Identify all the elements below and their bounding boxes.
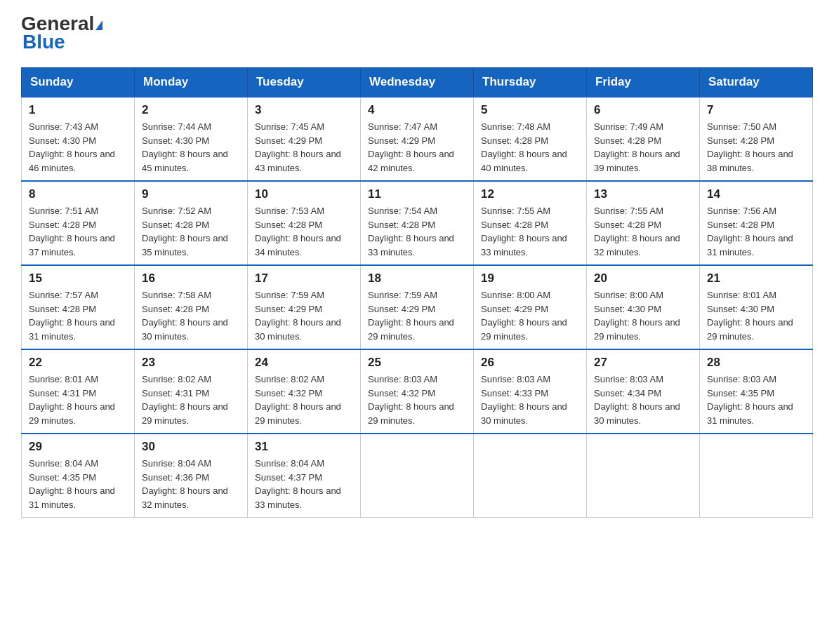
calendar-cell: [587, 434, 700, 518]
day-info: Sunrise: 8:03 AMSunset: 4:35 PMDaylight:…: [707, 373, 805, 427]
logo-triangle-icon: [95, 20, 102, 30]
calendar-cell: 13Sunrise: 7:55 AMSunset: 4:28 PMDayligh…: [587, 181, 700, 265]
day-number: 12: [481, 187, 579, 201]
day-number: 28: [707, 356, 805, 370]
calendar-cell: 1Sunrise: 7:43 AMSunset: 4:30 PMDaylight…: [22, 97, 135, 181]
column-header-wednesday: Wednesday: [361, 68, 474, 98]
day-info: Sunrise: 8:04 AMSunset: 4:35 PMDaylight:…: [29, 457, 127, 511]
day-number: 25: [368, 356, 466, 370]
day-number: 18: [368, 271, 466, 286]
day-number: 20: [594, 271, 692, 286]
day-info: Sunrise: 8:04 AMSunset: 4:37 PMDaylight:…: [255, 457, 353, 511]
day-number: 21: [707, 271, 805, 286]
day-info: Sunrise: 7:59 AMSunset: 4:29 PMDaylight:…: [255, 288, 353, 343]
day-number: 13: [594, 187, 692, 201]
logo-line2: Blue: [22, 31, 65, 53]
logo: General Blue: [21, 14, 102, 53]
calendar-cell: [700, 434, 813, 518]
day-info: Sunrise: 7:59 AMSunset: 4:29 PMDaylight:…: [368, 288, 466, 343]
calendar-cell: 16Sunrise: 7:58 AMSunset: 4:28 PMDayligh…: [135, 265, 248, 349]
calendar-cell: 3Sunrise: 7:45 AMSunset: 4:29 PMDaylight…: [248, 97, 361, 181]
column-header-tuesday: Tuesday: [248, 68, 361, 98]
calendar-cell: [361, 434, 474, 518]
day-info: Sunrise: 7:55 AMSunset: 4:28 PMDaylight:…: [594, 204, 692, 259]
column-header-saturday: Saturday: [700, 68, 813, 98]
day-info: Sunrise: 8:03 AMSunset: 4:33 PMDaylight:…: [481, 373, 579, 427]
day-info: Sunrise: 7:57 AMSunset: 4:28 PMDaylight:…: [29, 288, 127, 343]
day-info: Sunrise: 8:01 AMSunset: 4:30 PMDaylight:…: [707, 288, 805, 343]
week-row-1: 1Sunrise: 7:43 AMSunset: 4:30 PMDaylight…: [22, 97, 813, 181]
day-number: 2: [142, 103, 240, 117]
day-number: 27: [594, 356, 692, 370]
calendar-cell: 31Sunrise: 8:04 AMSunset: 4:37 PMDayligh…: [248, 434, 361, 518]
day-number: 26: [481, 356, 579, 370]
day-number: 19: [481, 271, 579, 286]
day-info: Sunrise: 7:56 AMSunset: 4:28 PMDaylight:…: [707, 204, 805, 259]
day-info: Sunrise: 7:58 AMSunset: 4:28 PMDaylight:…: [142, 288, 240, 343]
calendar-cell: 25Sunrise: 8:03 AMSunset: 4:32 PMDayligh…: [361, 349, 474, 434]
calendar-cell: 21Sunrise: 8:01 AMSunset: 4:30 PMDayligh…: [700, 265, 813, 349]
calendar-cell: 20Sunrise: 8:00 AMSunset: 4:30 PMDayligh…: [587, 265, 700, 349]
day-number: 22: [29, 356, 127, 370]
day-number: 3: [255, 103, 353, 117]
calendar-cell: 17Sunrise: 7:59 AMSunset: 4:29 PMDayligh…: [248, 265, 361, 349]
calendar-cell: 29Sunrise: 8:04 AMSunset: 4:35 PMDayligh…: [22, 434, 135, 518]
day-info: Sunrise: 7:50 AMSunset: 4:28 PMDaylight:…: [707, 120, 805, 175]
day-number: 24: [255, 356, 353, 370]
day-info: Sunrise: 7:51 AMSunset: 4:28 PMDaylight:…: [29, 204, 127, 259]
day-number: 6: [594, 103, 692, 117]
day-info: Sunrise: 7:53 AMSunset: 4:28 PMDaylight:…: [255, 204, 353, 259]
day-info: Sunrise: 8:02 AMSunset: 4:31 PMDaylight:…: [142, 373, 240, 427]
calendar-cell: 6Sunrise: 7:49 AMSunset: 4:28 PMDaylight…: [587, 97, 700, 181]
calendar-cell: 4Sunrise: 7:47 AMSunset: 4:29 PMDaylight…: [361, 97, 474, 181]
calendar-cell: 14Sunrise: 7:56 AMSunset: 4:28 PMDayligh…: [700, 181, 813, 265]
day-info: Sunrise: 8:02 AMSunset: 4:32 PMDaylight:…: [255, 373, 353, 427]
day-info: Sunrise: 7:48 AMSunset: 4:28 PMDaylight:…: [481, 120, 579, 175]
calendar-cell: 19Sunrise: 8:00 AMSunset: 4:29 PMDayligh…: [474, 265, 587, 349]
calendar-cell: 24Sunrise: 8:02 AMSunset: 4:32 PMDayligh…: [248, 349, 361, 434]
day-number: 15: [29, 271, 127, 286]
page-header: General Blue: [21, 14, 813, 53]
day-number: 8: [29, 187, 127, 201]
calendar-cell: 10Sunrise: 7:53 AMSunset: 4:28 PMDayligh…: [248, 181, 361, 265]
calendar-cell: 28Sunrise: 8:03 AMSunset: 4:35 PMDayligh…: [700, 349, 813, 434]
calendar-cell: 15Sunrise: 7:57 AMSunset: 4:28 PMDayligh…: [22, 265, 135, 349]
calendar-cell: 23Sunrise: 8:02 AMSunset: 4:31 PMDayligh…: [135, 349, 248, 434]
calendar-table: SundayMondayTuesdayWednesdayThursdayFrid…: [21, 67, 813, 518]
day-info: Sunrise: 8:03 AMSunset: 4:32 PMDaylight:…: [368, 373, 466, 427]
day-number: 16: [142, 271, 240, 286]
day-info: Sunrise: 7:49 AMSunset: 4:28 PMDaylight:…: [594, 120, 692, 175]
day-info: Sunrise: 8:04 AMSunset: 4:36 PMDaylight:…: [142, 457, 240, 511]
week-row-5: 29Sunrise: 8:04 AMSunset: 4:35 PMDayligh…: [22, 434, 813, 518]
week-row-3: 15Sunrise: 7:57 AMSunset: 4:28 PMDayligh…: [22, 265, 813, 349]
day-info: Sunrise: 7:55 AMSunset: 4:28 PMDaylight:…: [481, 204, 579, 259]
day-info: Sunrise: 7:43 AMSunset: 4:30 PMDaylight:…: [29, 120, 127, 175]
day-number: 10: [255, 187, 353, 201]
day-info: Sunrise: 7:44 AMSunset: 4:30 PMDaylight:…: [142, 120, 240, 175]
calendar-cell: 8Sunrise: 7:51 AMSunset: 4:28 PMDaylight…: [22, 181, 135, 265]
day-info: Sunrise: 7:47 AMSunset: 4:29 PMDaylight:…: [368, 120, 466, 175]
column-header-friday: Friday: [587, 68, 700, 98]
calendar-cell: 18Sunrise: 7:59 AMSunset: 4:29 PMDayligh…: [361, 265, 474, 349]
day-number: 23: [142, 356, 240, 370]
day-number: 30: [142, 440, 240, 454]
day-number: 5: [481, 103, 579, 117]
column-header-thursday: Thursday: [474, 68, 587, 98]
day-info: Sunrise: 7:52 AMSunset: 4:28 PMDaylight:…: [142, 204, 240, 259]
day-info: Sunrise: 8:00 AMSunset: 4:30 PMDaylight:…: [594, 288, 692, 343]
calendar-cell: [474, 434, 587, 518]
day-number: 4: [368, 103, 466, 117]
calendar-cell: 22Sunrise: 8:01 AMSunset: 4:31 PMDayligh…: [22, 349, 135, 434]
day-info: Sunrise: 7:45 AMSunset: 4:29 PMDaylight:…: [255, 120, 353, 175]
week-row-4: 22Sunrise: 8:01 AMSunset: 4:31 PMDayligh…: [22, 349, 813, 434]
day-number: 1: [29, 103, 127, 117]
calendar-cell: 5Sunrise: 7:48 AMSunset: 4:28 PMDaylight…: [474, 97, 587, 181]
day-info: Sunrise: 7:54 AMSunset: 4:28 PMDaylight:…: [368, 204, 466, 259]
calendar-cell: 7Sunrise: 7:50 AMSunset: 4:28 PMDaylight…: [700, 97, 813, 181]
day-number: 17: [255, 271, 353, 286]
calendar-cell: 2Sunrise: 7:44 AMSunset: 4:30 PMDaylight…: [135, 97, 248, 181]
day-info: Sunrise: 8:03 AMSunset: 4:34 PMDaylight:…: [594, 373, 692, 427]
column-header-monday: Monday: [135, 68, 248, 98]
calendar-cell: 30Sunrise: 8:04 AMSunset: 4:36 PMDayligh…: [135, 434, 248, 518]
calendar-cell: 11Sunrise: 7:54 AMSunset: 4:28 PMDayligh…: [361, 181, 474, 265]
